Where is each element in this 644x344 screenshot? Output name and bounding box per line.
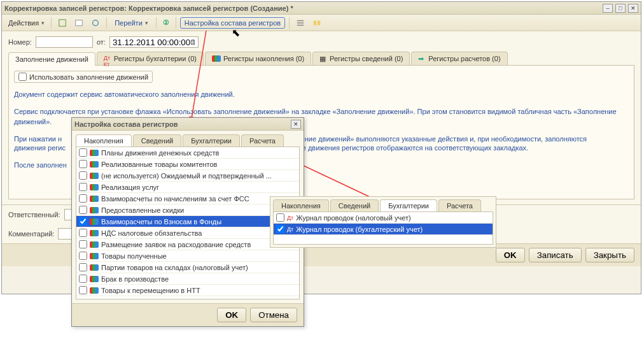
- mtab-accumulation[interactable]: Накопления: [273, 199, 329, 211]
- item-checkbox[interactable]: [79, 171, 87, 180]
- list-item[interactable]: Брак в производстве: [76, 273, 299, 285]
- dtab-calc[interactable]: Расчета: [241, 134, 284, 147]
- list-item[interactable]: ДтЖурнал проводок (налоговый учет): [274, 212, 493, 224]
- svg-point-2: [93, 20, 99, 25]
- item-label: Предоставленные скидки: [101, 206, 184, 214]
- actions-menu[interactable]: Действия: [6, 18, 47, 28]
- toolbar-icon[interactable]: [310, 17, 324, 29]
- registry-list[interactable]: Планы движения денежных средствРеализова…: [76, 147, 300, 299]
- ledger-icon: ДтКт: [104, 55, 111, 62]
- register-icon: [90, 264, 99, 271]
- item-label: Журнал проводок (бухгалтерский учет): [296, 226, 423, 233]
- svg-rect-3: [314, 20, 316, 25]
- minimize-button[interactable]: –: [603, 4, 613, 13]
- item-checkbox[interactable]: [79, 206, 87, 214]
- dialog-ok-button[interactable]: OK: [217, 308, 246, 322]
- close-doc-button[interactable]: Закрыть: [585, 248, 634, 262]
- register-icon: [90, 253, 99, 259]
- item-checkbox[interactable]: [79, 275, 87, 283]
- item-checkbox[interactable]: [79, 148, 87, 157]
- mtab-accounting[interactable]: Бухгалтерии: [380, 199, 437, 211]
- item-checkbox[interactable]: [79, 229, 87, 237]
- list-item[interactable]: Планы движения денежных средств: [76, 147, 299, 159]
- list-item[interactable]: Партии товаров на складах (налоговый уче…: [76, 262, 299, 273]
- mtab-info[interactable]: Сведений: [330, 199, 379, 211]
- list-item[interactable]: ДтЖурнал проводок (бухгалтерский учет): [274, 224, 493, 235]
- item-checkbox[interactable]: [79, 217, 87, 226]
- item-checkbox[interactable]: [79, 194, 87, 203]
- toolbar-icon[interactable]: [293, 17, 307, 29]
- comment-label: Комментарий:: [8, 230, 54, 238]
- responsible-label: Ответственный:: [8, 211, 60, 219]
- list-item[interactable]: Предоставленные скидки: [76, 204, 299, 216]
- tab-calc-registers[interactable]: ➡Регистры расчетов (0): [411, 52, 507, 65]
- svg-rect-0: [59, 19, 66, 26]
- dialog-close-button[interactable]: ✕: [291, 120, 301, 129]
- list-item[interactable]: Товары к перемещению в НТТ: [76, 285, 299, 296]
- item-checkbox[interactable]: [79, 183, 87, 191]
- item-label: Размещение заявок на расходование средст…: [101, 241, 251, 248]
- register-icon: [90, 287, 99, 294]
- use-fill-label: Использовать заполнение движений: [29, 73, 148, 81]
- register-icon: [90, 276, 99, 282]
- item-checkbox[interactable]: [276, 225, 284, 233]
- toolbar-icon[interactable]: [88, 17, 102, 29]
- ok-button[interactable]: OK: [496, 248, 525, 262]
- doc-tabs: Заполнение движений ДтКтРегистры бухгалт…: [8, 52, 634, 66]
- item-checkbox[interactable]: [79, 160, 87, 168]
- tab-accounting-registers[interactable]: ДтКтРегистры бухгалтерии (0): [97, 52, 204, 65]
- list-item[interactable]: НДС налоговые обязательства: [76, 227, 299, 239]
- mtab-calc[interactable]: Расчета: [438, 199, 481, 211]
- use-fill-checkbox[interactable]: [18, 73, 27, 81]
- tab-accumulation-registers[interactable]: Регистры накопления (0): [205, 52, 311, 65]
- item-label: НДС налоговые обязательства: [101, 229, 202, 237]
- item-label: Планы движения денежных средств: [101, 149, 219, 157]
- calc-icon: ➡: [418, 55, 426, 62]
- mini-panel: Накопления Сведений Бухгалтерии Расчета …: [270, 196, 496, 248]
- main-titlebar: Корректировка записей регистров: Коррект…: [2, 2, 641, 15]
- dtab-info[interactable]: Сведений: [133, 134, 181, 147]
- list-item[interactable]: Взаиморасчеты по начислениям за счет ФСС: [76, 193, 299, 204]
- list-item[interactable]: (не используется) Ожидаемый и подтвержде…: [76, 170, 299, 182]
- toolbar-icon[interactable]: [72, 17, 86, 29]
- list-item[interactable]: Реализация услуг: [76, 182, 299, 193]
- register-icon: [90, 150, 99, 156]
- item-label: Взаиморасчеты по Взносам в Фонды: [101, 218, 221, 226]
- item-label: Товары к перемещению в НТТ: [101, 287, 200, 294]
- item-checkbox[interactable]: [79, 286, 87, 294]
- list-item[interactable]: Размещение заявок на расходование средст…: [76, 239, 299, 250]
- toolbar-icon[interactable]: [55, 17, 69, 29]
- date-input[interactable]: [109, 36, 199, 48]
- list-item[interactable]: Товары полученные: [76, 250, 299, 262]
- item-checkbox[interactable]: [79, 240, 87, 248]
- cursor-icon: ⬉: [232, 27, 240, 39]
- list-item[interactable]: Реализованные товары комитентов: [76, 159, 299, 170]
- dialog-cancel-button[interactable]: Отмена: [250, 308, 297, 322]
- mini-list[interactable]: ДтЖурнал проводок (налоговый учет)ДтЖурн…: [273, 211, 493, 245]
- item-label: Партии товаров на складах (налоговый уче…: [101, 264, 248, 271]
- register-icon: [90, 207, 99, 213]
- use-fill-checkbox-wrap[interactable]: Использовать заполнение движений: [14, 71, 153, 83]
- grid-icon: ▦: [319, 55, 327, 62]
- register-icon: [90, 219, 99, 225]
- go-menu[interactable]: Перейти: [111, 18, 152, 28]
- item-checkbox[interactable]: [79, 263, 87, 271]
- close-button[interactable]: ✕: [628, 4, 638, 13]
- tab-info-registers[interactable]: ▦Регистры сведений (0): [312, 52, 410, 65]
- list-item[interactable]: Взаиморасчеты по Взносам в Фонды: [76, 216, 299, 227]
- calendar-icon[interactable]: 🗓: [190, 38, 197, 46]
- mini-tabs: Накопления Сведений Бухгалтерии Расчета: [270, 197, 496, 211]
- from-label: от:: [97, 38, 106, 46]
- register-icon: [90, 161, 99, 168]
- tab-fill-movements[interactable]: Заполнение движений: [8, 52, 95, 66]
- ledger-icon: Дт: [287, 215, 293, 221]
- item-checkbox[interactable]: [79, 252, 87, 260]
- dtab-accumulation[interactable]: Накопления: [76, 134, 132, 147]
- maximize-button[interactable]: □: [615, 4, 626, 13]
- item-label: Реализованные товары комитентов: [101, 161, 217, 168]
- help-icon[interactable]: ②: [160, 17, 172, 28]
- write-button[interactable]: Записать: [529, 248, 582, 262]
- dtab-accounting[interactable]: Бухгалтерии: [183, 134, 240, 147]
- item-checkbox[interactable]: [276, 213, 284, 222]
- number-input[interactable]: [36, 36, 93, 48]
